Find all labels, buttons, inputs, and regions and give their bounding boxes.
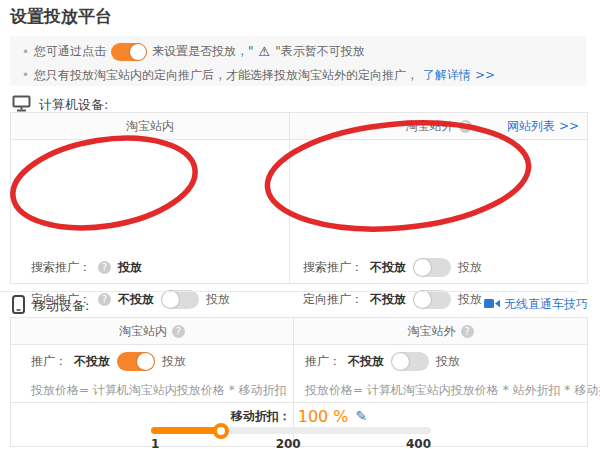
header-taobao-in-site: 淘宝站内 [11, 113, 289, 139]
mobile-insite-promo-row: 推广： 不投放 投放 [31, 350, 186, 372]
header-label: 淘宝站内 [119, 323, 167, 340]
page-title: 设置投放平台 [10, 5, 112, 28]
pc-insite-targeted-toggle[interactable] [161, 290, 199, 309]
delivery-state-text: 投放 [118, 259, 142, 276]
mobile-discount-slider[interactable] [151, 423, 431, 438]
computer-settings-table: 淘宝站内 淘宝站外 ? 网站列表 >> 搜索推广： ? 投放 定向推广： ? 不… [10, 112, 588, 284]
help-icon[interactable]: ? [98, 293, 111, 306]
scale-min: 1 [151, 437, 159, 449]
toggle-knob [137, 353, 154, 370]
computer-table-header: 淘宝站内 淘宝站外 ? 网站列表 >> [11, 113, 587, 140]
on-state-text: 投放 [436, 353, 460, 370]
slider-fill [151, 427, 221, 434]
bullet-icon: • [22, 45, 29, 59]
notice-line1-after: 来设置是否投放，" [152, 43, 254, 60]
warning-icon: ⚠ [259, 44, 271, 59]
toggle-knob [130, 44, 146, 60]
toggle-knob [162, 291, 179, 308]
help-icon[interactable]: ? [172, 325, 185, 338]
search-promo-label: 搜索推广： [303, 259, 363, 276]
toggle-knob [414, 291, 431, 308]
pc-offsite-search-toggle[interactable] [413, 258, 451, 277]
mobile-table-header: 淘宝站内 ? 淘宝站外 ? [11, 318, 587, 345]
header-label: 淘宝站外 [408, 323, 456, 340]
on-state-text: 投放 [162, 353, 186, 370]
off-state-text: 不投放 [348, 353, 384, 370]
mobile-offsite-promo-row: 推广： 不投放 投放 [305, 350, 460, 372]
promo-label: 推广： [305, 353, 341, 370]
notice-box: • 您可通过点击 来设置是否投放，"⚠"表示暂不可投放 • 您只有投放淘宝站内的… [10, 36, 586, 86]
mobile-section-title: 移动设备: [33, 297, 89, 315]
off-state-text: 不投放 [370, 259, 406, 276]
header-taobao-in-site: 淘宝站内 ? [11, 318, 293, 344]
toggle-knob [392, 353, 409, 370]
video-camera-icon [484, 298, 500, 312]
row-divider [11, 402, 587, 403]
mobile-offsite-promo-toggle[interactable] [391, 352, 429, 371]
notice-line1-before: 您可通过点击 [34, 43, 106, 60]
bullet-icon: • [22, 68, 29, 82]
delivery-platform-settings-page: 设置投放平台 • 您可通过点击 来设置是否投放，"⚠"表示暂不可投放 • 您只有… [0, 0, 600, 449]
notice-line-1: • 您可通过点击 来设置是否投放，"⚠"表示暂不可投放 [22, 41, 365, 62]
wireless-tips-link[interactable]: 无线直通车技巧 [504, 296, 588, 313]
mobile-discount-label: 移动折扣： [231, 408, 291, 425]
learn-more-link[interactable]: 了解详情 >> [423, 67, 495, 84]
off-state-text: 不投放 [74, 353, 110, 370]
website-list-link[interactable]: 网站列表 >> [507, 118, 579, 135]
edit-icon[interactable]: ✎ [356, 408, 368, 424]
mobile-insite-promo-toggle[interactable] [117, 352, 155, 371]
header-label: 淘宝站内 [126, 118, 174, 135]
mobile-section-header: 移动设备: [12, 295, 89, 317]
on-state-text: 投放 [206, 291, 230, 308]
toggle-knob [414, 259, 431, 276]
help-icon[interactable]: ? [98, 261, 111, 274]
smartphone-icon [12, 295, 25, 317]
notice-line1-end: "表示暂不可投放 [275, 43, 365, 60]
wireless-tips-link-wrap: 无线直通车技巧 [484, 296, 588, 313]
promo-label: 推广： [31, 353, 67, 370]
section-separator [0, 291, 578, 292]
notice-line2-text: 您只有投放淘宝站内的定向推广后，才能选择投放淘宝站外的定向推广， [34, 67, 418, 84]
mobile-offsite-price-formula: 投放价格= 计算机淘宝站内投放价格 * 站外折扣 * 移动折扣 [305, 382, 600, 399]
website-list-link-wrap: 网站列表 >> [507, 113, 579, 139]
off-state-text: 不投放 [118, 291, 154, 308]
search-promo-label: 搜索推广： [31, 259, 91, 276]
pc-offsite-search-row: 搜索推广： 不投放 投放 [303, 256, 482, 278]
scale-mid: 200 [276, 437, 301, 449]
pc-offsite-targeted-toggle[interactable] [413, 290, 451, 309]
help-icon[interactable]: ? [461, 325, 474, 338]
mobile-insite-price-formula: 投放价格= 计算机淘宝站内投放价格 * 移动折扣 [31, 382, 287, 399]
scale-max: 400 [406, 437, 431, 449]
off-state-text: 不投放 [370, 291, 406, 308]
column-divider [289, 113, 290, 283]
header-taobao-out-site: 淘宝站外 ? [294, 318, 587, 344]
on-state-text: 投放 [458, 291, 482, 308]
notice-line-2: • 您只有投放淘宝站内的定向推广后，才能选择投放淘宝站外的定向推广， 了解详情 … [22, 67, 495, 83]
help-icon[interactable]: ? [459, 120, 472, 133]
targeted-promo-label: 定向推广： [303, 291, 363, 308]
pc-insite-search-row: 搜索推广： ? 投放 [31, 256, 142, 278]
mobile-settings-table: 淘宝站内 ? 淘宝站外 ? 推广： 不投放 投放 投放价格= 计算机淘宝站内投放… [10, 317, 588, 447]
example-toggle[interactable] [111, 43, 147, 61]
on-state-text: 投放 [458, 259, 482, 276]
mobile-slider-scale: 1 200 400 [151, 437, 431, 449]
header-label: 淘宝站外 [406, 118, 454, 135]
